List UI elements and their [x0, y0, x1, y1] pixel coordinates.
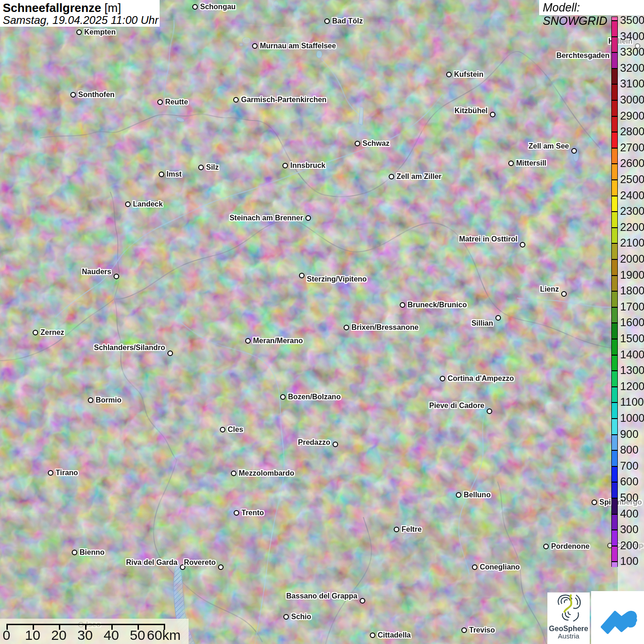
title-text: Schneefallgrenze	[3, 1, 101, 15]
legend-value-2500: 2500	[620, 173, 644, 186]
city-label: Reutte	[165, 98, 188, 106]
city-label: Kitzbühel	[454, 107, 488, 115]
legend-value-300: 300	[620, 523, 644, 536]
legend-value-600: 600	[620, 475, 644, 488]
city-label: Schio	[291, 613, 311, 621]
legend-tick	[612, 450, 617, 451]
city-marker-dot	[33, 330, 38, 335]
legend-band-1600	[612, 323, 617, 339]
legend-band-3400	[612, 37, 617, 53]
city-marker-dot	[389, 174, 394, 179]
legend-tick	[612, 243, 617, 244]
legend-band-3000	[612, 100, 617, 116]
map-title-box: Schneefallgrenze [m] Samstag, 19.04.2025…	[0, 0, 160, 27]
city-marker-dot	[70, 92, 76, 98]
legend-value-3200: 3200	[620, 62, 644, 75]
legend-band-1300	[612, 371, 617, 387]
legend-band-600	[612, 482, 617, 498]
city-label: Sonthofen	[78, 91, 115, 99]
city-label: Trento	[242, 509, 264, 517]
city-marker-dot	[245, 338, 251, 344]
legend-band-2600	[612, 164, 617, 180]
legend-value-1900: 1900	[620, 269, 644, 282]
city-label: Cles	[228, 426, 243, 434]
city-marker-dot	[324, 18, 330, 24]
legend-value-2000: 2000	[620, 253, 644, 265]
city-labels-layer: SchongauBad TölzKemptenMurnau am Staffel…	[0, 0, 644, 644]
city-label: Zell am Ziller	[397, 172, 442, 181]
city-marker-dot	[461, 627, 467, 633]
legend-tick	[612, 561, 617, 562]
legend-tick	[612, 132, 617, 132]
geosphere-country: Austria	[547, 632, 590, 640]
legend-band-1400	[612, 355, 617, 371]
legend-value-3100: 3100	[620, 77, 644, 90]
city-marker-dot	[159, 172, 164, 177]
legend-band-3100	[612, 84, 617, 100]
model-label: Modell: SNOWGRID	[539, 0, 644, 15]
geosphere-contours-icon	[552, 592, 585, 622]
city-label: Meran/Merano	[253, 337, 303, 345]
legend-band-2500	[612, 180, 617, 196]
legend-band-2700	[612, 148, 617, 164]
legend-tick	[612, 514, 617, 515]
city-marker-dot	[220, 427, 225, 432]
legend-value-2900: 2900	[620, 109, 644, 122]
city-label: Bozen/Bolzano	[288, 393, 341, 401]
city-label: Cittadella	[378, 631, 411, 639]
city-marker-dot	[252, 43, 258, 49]
legend-band-1200	[612, 387, 617, 403]
legend-value-3300: 3300	[620, 46, 644, 58]
city-marker-dot	[508, 161, 514, 166]
legend-tick	[612, 418, 617, 419]
city-label: Treviso	[469, 626, 495, 634]
legend-value-2700: 2700	[620, 141, 644, 154]
legend-value-100: 100	[620, 555, 644, 568]
city-label: Pieve di Cadore	[429, 402, 484, 410]
legend-band-1900	[612, 276, 617, 292]
legend-tick	[612, 546, 617, 546]
legend-value-3500: 3500	[620, 14, 644, 27]
city-marker-dot	[283, 614, 289, 620]
legend-tick	[612, 259, 617, 260]
city-marker-dot	[571, 148, 577, 154]
city-marker-dot	[231, 471, 236, 476]
legend-value-1400: 1400	[620, 348, 644, 361]
legend-value-2200: 2200	[620, 221, 644, 234]
city-marker-dot	[440, 376, 445, 381]
city-label: Cortina d'Ampezzo	[448, 374, 514, 383]
city-marker-dot	[192, 4, 198, 10]
legend-value-500: 500	[620, 491, 644, 504]
city-marker-dot	[233, 97, 239, 103]
legend-value-2300: 2300	[620, 205, 644, 218]
legend-tick	[612, 529, 617, 530]
legend-band-800	[612, 450, 617, 466]
city-label: Kufstein	[454, 70, 483, 79]
city-marker-dot	[394, 527, 399, 532]
city-label: Steinach am Brenner	[230, 214, 303, 222]
city-marker-dot	[333, 442, 338, 447]
city-label: Landeck	[133, 200, 163, 208]
valid-time-label: Samstag, 19.04.2025 11:00 Uhr	[3, 14, 160, 26]
city-marker-dot	[543, 544, 549, 549]
legend-value-800: 800	[620, 443, 644, 456]
city-marker-dot	[88, 397, 93, 403]
legend-tick	[612, 307, 617, 308]
city-marker-dot	[167, 351, 173, 356]
legend-value-2600: 2600	[620, 157, 644, 170]
legend-band-2900	[612, 116, 617, 132]
legend-value-1600: 1600	[620, 316, 644, 329]
legend-value-2800: 2800	[620, 125, 644, 138]
legend-band-1800	[612, 291, 617, 307]
city-marker-dot	[592, 500, 597, 505]
legend-band-3300	[612, 52, 617, 69]
legend-tick	[612, 386, 617, 387]
scale-label-60km: 60km	[143, 627, 184, 643]
legend-value-1100: 1100	[620, 396, 644, 408]
city-marker-dot	[76, 29, 82, 35]
city-label: Feltre	[402, 525, 422, 534]
legend-tick	[612, 116, 617, 117]
legend-value-1800: 1800	[620, 284, 644, 297]
city-label: Nauders	[82, 268, 111, 276]
city-marker-dot	[299, 273, 305, 278]
